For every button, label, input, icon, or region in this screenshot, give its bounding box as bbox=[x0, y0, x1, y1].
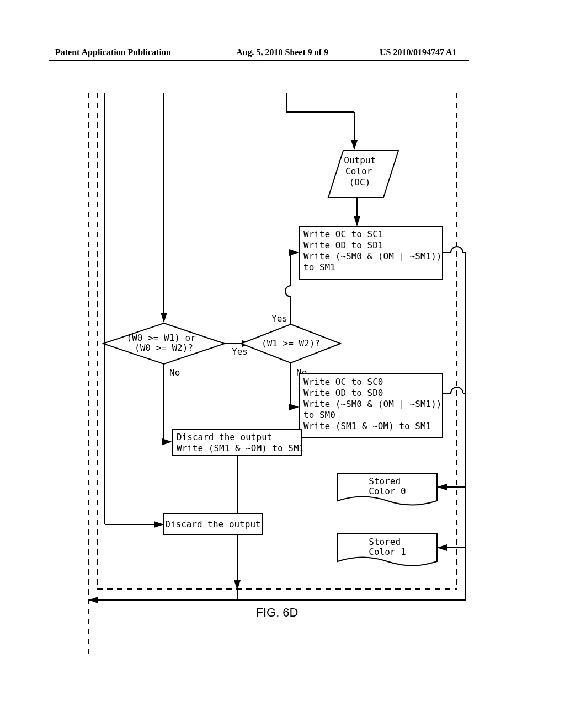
header-pub-number: US 2010/0194747 A1 bbox=[380, 47, 457, 57]
header-publication: Patent Application Publication bbox=[55, 47, 171, 57]
flowchart-figure: Output Color (OC) Write OC to SC1 Write … bbox=[84, 93, 470, 644]
discard-sm1-node: Discard the output Write (SM1 & ~OM) to … bbox=[172, 429, 304, 456]
stored-color-0-node: Stored Color 0 bbox=[338, 473, 437, 505]
decision2-yes-label: Yes bbox=[271, 313, 287, 324]
header-divider bbox=[49, 60, 469, 61]
svg-text:Stored
          Color 0: Stored Color 0 bbox=[369, 476, 406, 496]
decision1-no-label: No bbox=[169, 367, 180, 378]
svg-text:Discard the output: Discard the output bbox=[165, 519, 260, 529]
stored-color-1-node: Stored Color 1 bbox=[338, 534, 437, 566]
decision1-node: (W0 >= W1) or (W0 >= W2)? bbox=[103, 323, 225, 364]
figure-label: FIG. 6D bbox=[255, 606, 298, 619]
write-sc0-node: Write OC to SC0 Write OD to SD0 Write (~… bbox=[299, 374, 447, 437]
decision2-node: (W1 >= W2)? bbox=[241, 324, 340, 363]
write-sc1-node: Write OC to SC1 Write OD to SD1 Write (~… bbox=[299, 227, 447, 279]
svg-text:Stored
          Color 1: Stored Color 1 bbox=[369, 537, 406, 557]
svg-text:(W1 >= W2)?: (W1 >= W2)? bbox=[262, 338, 320, 349]
svg-text:(W0 >= W1) or
          (W0 >=: (W0 >= W1) or (W0 >= W2)? bbox=[127, 333, 201, 353]
output-color-node: Output Color (OC) bbox=[328, 151, 398, 197]
header-date-sheet: Aug. 5, 2010 Sheet 9 of 9 bbox=[236, 47, 328, 57]
decision1-yes-label: Yes bbox=[232, 346, 248, 357]
discard-node: Discard the output bbox=[164, 513, 262, 534]
